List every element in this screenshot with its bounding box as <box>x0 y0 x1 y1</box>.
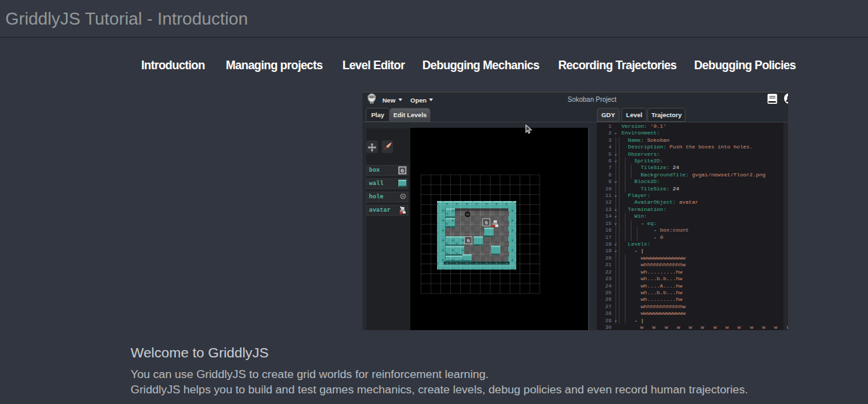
svg-text:G: G <box>401 168 404 174</box>
svg-text:G: G <box>467 238 470 244</box>
svg-text:G: G <box>485 220 488 226</box>
